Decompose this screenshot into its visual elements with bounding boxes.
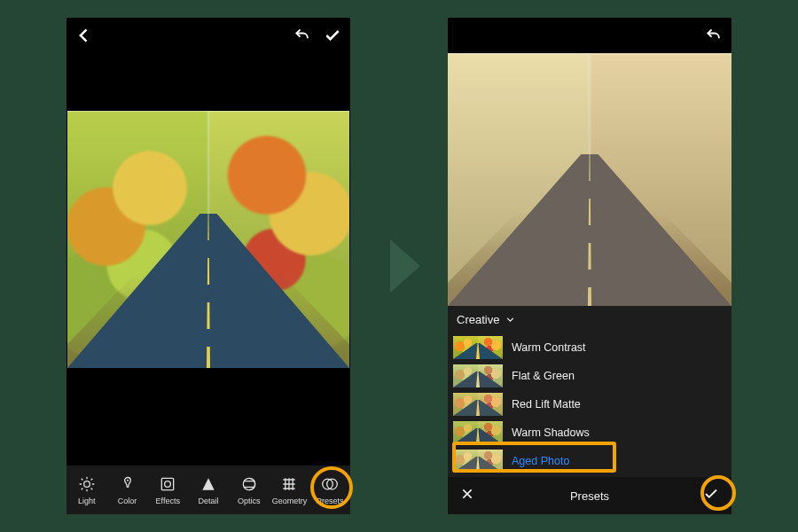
svg-line-6 (90, 488, 92, 489)
confirm-icon[interactable] (703, 486, 719, 505)
tool-detail[interactable]: Detail (188, 475, 229, 505)
undo-icon[interactable] (293, 27, 311, 44)
preset-item-warm-shadows[interactable]: Warm Shadows (448, 419, 732, 447)
preset-thumb (453, 364, 503, 387)
presets-bottombar: Presets (448, 477, 732, 514)
preset-label: Warm Shadows (512, 426, 590, 439)
svg-marker-12 (202, 478, 214, 489)
preset-label: Flat & Green (512, 370, 575, 382)
tool-label: Geometry (272, 497, 308, 505)
photo (448, 53, 732, 306)
presets-panel: Creative Warm Contrast Flat & Green Red … (448, 306, 732, 514)
svg-point-11 (165, 481, 171, 487)
svg-rect-10 (162, 478, 174, 489)
arrow-icon (390, 239, 420, 293)
photo (67, 111, 349, 368)
preset-thumb (453, 421, 503, 444)
tool-presets[interactable]: Presets (309, 475, 350, 505)
preset-thumb (453, 393, 503, 416)
preset-category-label: Creative (457, 313, 499, 326)
tool-light[interactable]: Light (66, 475, 107, 505)
tool-optics[interactable]: Optics (229, 475, 270, 505)
topbar (448, 18, 732, 53)
svg-point-0 (84, 481, 90, 487)
preset-category-dropdown[interactable]: Creative (448, 306, 732, 333)
photo-viewport[interactable] (448, 53, 732, 306)
svg-point-9 (127, 479, 129, 481)
tool-color[interactable]: Color (107, 475, 148, 505)
tool-label: Presets (317, 497, 344, 505)
phone-screen-presets: Creative Warm Contrast Flat & Green Red … (448, 18, 732, 514)
tool-label: Color (118, 497, 137, 505)
back-icon[interactable] (75, 27, 93, 44)
preset-list: Warm Contrast Flat & Green Red Lift Matt… (448, 333, 732, 477)
phone-screen-edit: Light Color Effects Detail Optics Geomet… (66, 18, 350, 514)
tool-label: Detail (199, 497, 219, 505)
preset-label: Warm Contrast (512, 341, 586, 354)
tool-label: Optics (238, 497, 261, 505)
chevron-down-icon (505, 314, 516, 325)
tool-label: Effects (156, 497, 180, 505)
preset-thumb (453, 336, 503, 359)
tool-geometry[interactable]: Geometry (270, 475, 310, 505)
svg-line-5 (82, 478, 83, 480)
svg-line-7 (82, 488, 83, 489)
tool-label: Light (78, 497, 96, 505)
tool-effects[interactable]: Effects (147, 475, 188, 505)
undo-icon[interactable] (705, 27, 723, 44)
close-icon[interactable] (460, 487, 474, 505)
preset-label: Red Lift Matte (512, 398, 581, 411)
preset-label: Aged Photo (512, 455, 569, 467)
preset-thumb (453, 450, 503, 473)
photo-viewport[interactable] (66, 53, 350, 426)
preset-item-warm-contrast[interactable]: Warm Contrast (448, 333, 732, 362)
panel-title: Presets (448, 489, 732, 503)
edit-toolbar: Light Color Effects Detail Optics Geomet… (66, 466, 350, 514)
preset-item-red-lift-matte[interactable]: Red Lift Matte (448, 390, 732, 419)
topbar (66, 18, 350, 53)
preset-item-aged-photo[interactable]: Aged Photo (448, 447, 732, 475)
svg-line-8 (90, 478, 92, 480)
confirm-icon[interactable] (324, 27, 341, 44)
preset-item-flat-green[interactable]: Flat & Green (448, 362, 732, 390)
